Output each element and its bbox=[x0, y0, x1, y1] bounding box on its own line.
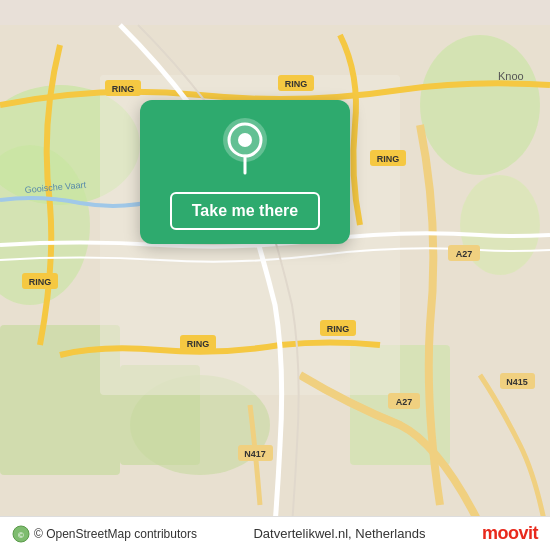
location-pin-icon bbox=[220, 118, 270, 178]
svg-point-43 bbox=[238, 133, 252, 147]
svg-text:RING: RING bbox=[29, 277, 52, 287]
svg-text:A27: A27 bbox=[456, 249, 473, 259]
location-icon-wrap bbox=[220, 118, 270, 182]
location-card: Take me there bbox=[140, 100, 350, 244]
svg-text:©: © bbox=[18, 531, 24, 540]
svg-text:RING: RING bbox=[112, 84, 135, 94]
site-name: Datvertelikwel.nl, Netherlands bbox=[253, 526, 425, 541]
svg-text:N415: N415 bbox=[506, 377, 528, 387]
map-container: RING RING RING RING RING RING A27 A27 N4… bbox=[0, 0, 550, 550]
osm-credit: © © OpenStreetMap contributors bbox=[12, 525, 197, 543]
svg-text:N417: N417 bbox=[244, 449, 266, 459]
svg-text:RING: RING bbox=[377, 154, 400, 164]
svg-point-6 bbox=[420, 35, 540, 175]
osm-credit-text: © OpenStreetMap contributors bbox=[34, 527, 197, 541]
moovit-label: moovit bbox=[482, 523, 538, 543]
osm-logo-icon: © bbox=[12, 525, 30, 543]
map-background: RING RING RING RING RING RING A27 A27 N4… bbox=[0, 0, 550, 550]
svg-text:RING: RING bbox=[285, 79, 308, 89]
bottom-bar: © © OpenStreetMap contributors Datvertel… bbox=[0, 516, 550, 550]
take-me-there-button[interactable]: Take me there bbox=[170, 192, 320, 230]
svg-text:RING: RING bbox=[327, 324, 350, 334]
moovit-logo: moovit bbox=[482, 523, 538, 544]
site-info: Datvertelikwel.nl, Netherlands bbox=[253, 526, 425, 541]
svg-text:A27: A27 bbox=[396, 397, 413, 407]
svg-text:RING: RING bbox=[187, 339, 210, 349]
svg-text:Knoo: Knoo bbox=[498, 70, 524, 82]
